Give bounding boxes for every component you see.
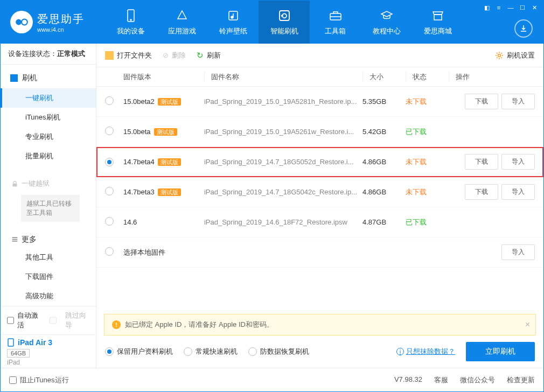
check-update-link[interactable]: 检查更新 bbox=[507, 375, 535, 385]
sidebar-more-header[interactable]: 更多 bbox=[1, 229, 96, 248]
nav-my-device[interactable]: 我的设备 bbox=[105, 1, 156, 44]
firmware-row[interactable]: 14.6 iPad_Spring_2019_14.6_18F72_Restore… bbox=[96, 207, 543, 237]
flash-options-bar: 保留用户资料刷机 常规快速刷机 防数据恢复刷机 i只想抹除数据？ 立即刷机 bbox=[96, 335, 543, 368]
option-quick-flash[interactable]: 常规快速刷机 bbox=[184, 347, 238, 356]
theme-icon[interactable]: ◧ bbox=[483, 4, 491, 11]
storage-badge: 64GB bbox=[7, 349, 30, 358]
radio-button[interactable] bbox=[184, 347, 192, 356]
svg-rect-11 bbox=[12, 239, 18, 240]
nav-apps[interactable]: 应用游戏 bbox=[156, 1, 207, 44]
main-nav: 我的设备 应用游戏 铃声壁纸 智能刷机 工具箱 教程中心 爱思商城 bbox=[105, 1, 463, 44]
firmware-row[interactable]: 15.0beta2测试版 iPad_Spring_2019_15.0_19A52… bbox=[96, 87, 543, 117]
jailbreak-note: 越狱工具已转移至工具箱 bbox=[21, 195, 80, 222]
local-firmware-row[interactable]: 选择本地固件 导入 bbox=[96, 237, 543, 268]
import-button[interactable]: 导入 bbox=[501, 244, 535, 260]
flash-settings-button[interactable]: 刷机设置 bbox=[495, 51, 535, 60]
radio-button[interactable] bbox=[105, 127, 114, 135]
wechat-link[interactable]: 微信公众号 bbox=[460, 375, 495, 385]
sidebar-other-tools[interactable]: 其他工具 bbox=[1, 248, 96, 267]
radio-button[interactable] bbox=[105, 96, 114, 105]
import-button[interactable]: 导入 bbox=[501, 184, 535, 200]
nav-flash[interactable]: 智能刷机 bbox=[259, 1, 310, 44]
sidebar-oneclick-flash[interactable]: 一键刷机 bbox=[1, 88, 96, 108]
svg-rect-9 bbox=[12, 183, 17, 186]
firmware-row[interactable]: 14.7beta3测试版 iPad_Spring_2019_14.7_18G50… bbox=[96, 177, 543, 207]
option-anti-recovery[interactable]: 防数据恢复刷机 bbox=[248, 347, 309, 356]
nav-ringtones[interactable]: 铃声壁纸 bbox=[207, 1, 259, 44]
beta-tag: 测试版 bbox=[154, 128, 177, 136]
sidebar-flash-header[interactable]: 刷机 bbox=[1, 68, 96, 88]
firmware-row[interactable]: 15.0beta测试版 iPad_Spring_2019_15.0_19A526… bbox=[96, 117, 543, 147]
radio-button[interactable] bbox=[105, 347, 114, 356]
radio-button[interactable] bbox=[105, 217, 114, 226]
firmware-size: 4.87GB bbox=[362, 218, 406, 226]
menu-icon[interactable]: ≡ bbox=[495, 4, 503, 11]
svg-rect-10 bbox=[12, 237, 18, 239]
sidebar-advanced[interactable]: 高级功能 bbox=[1, 286, 96, 306]
close-icon[interactable]: ✕ bbox=[531, 4, 538, 11]
firmware-status: 未下载 bbox=[406, 157, 449, 167]
customer-service-link[interactable]: 客服 bbox=[434, 375, 448, 385]
device-info[interactable]: iPad Air 3 64GB iPad bbox=[1, 334, 96, 372]
logo-icon bbox=[10, 11, 33, 33]
apps-icon bbox=[175, 8, 190, 23]
radio-button[interactable] bbox=[248, 347, 257, 356]
open-folder-button[interactable]: 打开文件夹 bbox=[105, 51, 152, 60]
notice-close-button[interactable]: × bbox=[525, 320, 530, 330]
firmware-version: 14.7beta4 bbox=[123, 158, 155, 166]
connection-status: 设备连接状态：正常模式 bbox=[1, 44, 96, 65]
nav-shop[interactable]: 爱思商城 bbox=[412, 1, 463, 44]
import-button[interactable]: 导入 bbox=[501, 154, 535, 170]
firmware-filename: iPad_Spring_2019_15.0_19A5281h_Restore.i… bbox=[204, 97, 362, 106]
beta-tag: 测试版 bbox=[158, 158, 181, 166]
radio-button[interactable] bbox=[105, 247, 114, 256]
minimize-icon[interactable]: — bbox=[507, 4, 514, 11]
nav-tutorials[interactable]: 教程中心 bbox=[361, 1, 412, 44]
firmware-filename: iPad_Spring_2019_15.0_19A5261w_Restore.i… bbox=[204, 128, 362, 136]
refresh-button[interactable]: ↻刷新 bbox=[197, 51, 221, 60]
delete-button: ⊘删除 bbox=[163, 51, 186, 60]
block-itunes-label: 阻止iTunes运行 bbox=[20, 375, 69, 385]
maximize-icon[interactable]: ☐ bbox=[519, 4, 526, 11]
firmware-size: 4.86GB bbox=[362, 158, 406, 166]
cube-icon bbox=[10, 74, 18, 82]
svg-point-1 bbox=[22, 19, 27, 25]
import-button[interactable]: 导入 bbox=[501, 94, 535, 109]
firmware-status: 已下载 bbox=[406, 218, 449, 227]
radio-button[interactable] bbox=[105, 158, 114, 166]
firmware-row[interactable]: 14.7beta4测试版 iPad_Spring_2019_14.7_18G50… bbox=[96, 147, 543, 177]
sidebar-batch-flash[interactable]: 批量刷机 bbox=[1, 146, 96, 166]
firmware-size: 4.86GB bbox=[362, 188, 406, 196]
firmware-filename: iPad_Spring_2019_14.7_18G5052d_Restore.i… bbox=[204, 158, 362, 166]
version-label: V7.98.32 bbox=[394, 375, 422, 385]
sidebar-itunes-flash[interactable]: iTunes刷机 bbox=[1, 108, 96, 127]
svg-point-0 bbox=[16, 19, 22, 25]
lock-icon bbox=[11, 180, 18, 187]
sidebar-download-firmware[interactable]: 下载固件 bbox=[1, 267, 96, 286]
nav-toolbox[interactable]: 工具箱 bbox=[310, 1, 361, 44]
beta-tag: 测试版 bbox=[158, 188, 181, 196]
status-bar: 阻止iTunes运行 V7.98.32 客服 微信公众号 检查更新 bbox=[1, 368, 543, 391]
brand-logo: 爱思助手 www.i4.cn bbox=[1, 11, 94, 33]
auto-activate-checkbox[interactable] bbox=[7, 317, 14, 324]
download-button[interactable]: 下载 bbox=[465, 184, 498, 200]
download-button[interactable]: 下载 bbox=[465, 94, 498, 109]
svg-rect-12 bbox=[12, 241, 18, 242]
delete-icon: ⊘ bbox=[163, 51, 169, 59]
warning-icon: ! bbox=[112, 320, 121, 329]
sidebar-pro-flash[interactable]: 专业刷机 bbox=[1, 127, 96, 146]
shop-icon bbox=[430, 8, 445, 23]
flash-now-button[interactable]: 立即刷机 bbox=[466, 342, 535, 361]
download-button[interactable]: 下载 bbox=[465, 154, 498, 170]
radio-button[interactable] bbox=[105, 187, 114, 195]
firmware-filename: iPad_Spring_2019_14.7_18G5042c_Restore.i… bbox=[204, 188, 362, 196]
main-content: 打开文件夹 ⊘删除 ↻刷新 刷机设置 固件版本 固件名称 大小 状态 操作 15… bbox=[96, 44, 543, 368]
svg-rect-13 bbox=[8, 339, 13, 346]
firmware-status: 未下载 bbox=[406, 187, 449, 197]
option-keep-data[interactable]: 保留用户资料刷机 bbox=[105, 347, 173, 356]
erase-data-link[interactable]: i只想抹除数据？ bbox=[396, 347, 455, 356]
block-itunes-checkbox[interactable] bbox=[9, 376, 17, 384]
info-icon: i bbox=[396, 348, 404, 355]
refresh-icon bbox=[277, 8, 292, 23]
download-indicator[interactable] bbox=[514, 19, 533, 38]
